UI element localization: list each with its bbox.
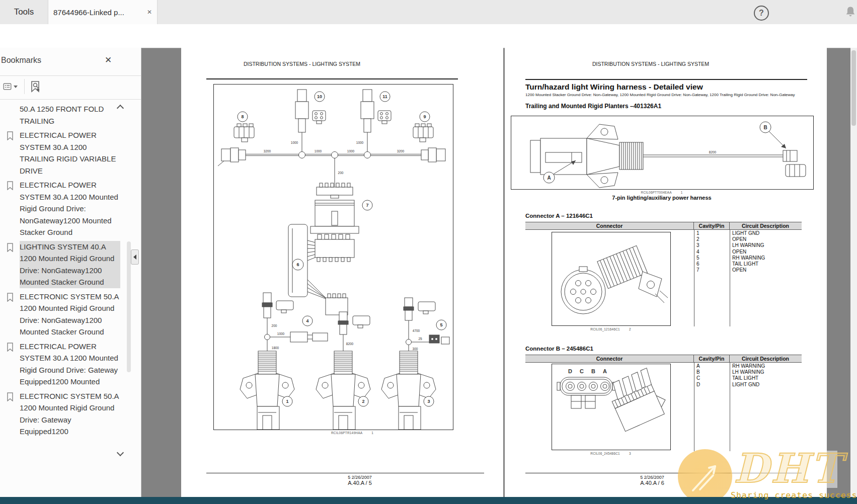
svg-text:A: A — [547, 175, 551, 181]
table-column-line — [730, 229, 730, 326]
svg-text:3200: 3200 — [397, 149, 405, 153]
connector-a-image — [552, 232, 671, 326]
bookmarks-list: 50.A 1250 FRONT FOLD TRAILING ELECTRICAL… — [7, 103, 120, 440]
notifications-bell-icon[interactable] — [843, 5, 857, 21]
footer-rule — [206, 473, 484, 473]
svg-text:25: 25 — [418, 337, 422, 341]
bookmark-icon — [7, 179, 15, 238]
svg-text:10: 10 — [317, 94, 322, 99]
bookmarks-scrollbar[interactable] — [127, 241, 131, 372]
bookmark-item[interactable]: ELECTRICAL POWER SYSTEM 30.A 1200 Mounte… — [7, 341, 120, 388]
bookmarks-panel: Bookmarks ✕ 50.A 1250 FRONT FOLD TRAILIN… — [0, 48, 141, 504]
svg-text:1000: 1000 — [347, 149, 355, 153]
connector-b-table-header: Connector Cavity/Pin Circuit Description — [525, 355, 802, 363]
footer-date: 5 2/26/2007 — [627, 475, 677, 480]
bookmark-icon — [7, 241, 15, 288]
watermark-slogan: Sharing creates success — [731, 490, 857, 500]
svg-text:8200: 8200 — [346, 342, 354, 346]
section-title: Turn/hazard light Wiring harness - Detai… — [525, 82, 703, 92]
document-page-left: DISTRIBUTION SYSTEMS - LIGHTING SYSTEM — [181, 48, 503, 497]
svg-text:200: 200 — [338, 171, 344, 175]
svg-text:1000: 1000 — [291, 141, 298, 144]
table-column-line — [730, 362, 730, 451]
figure-code: RCIL06PTR149HAA1 — [277, 431, 428, 435]
svg-text:9: 9 — [423, 114, 426, 119]
svg-text:3: 3 — [427, 399, 430, 404]
svg-text:B: B — [591, 368, 595, 374]
svg-text:1: 1 — [286, 399, 288, 404]
figure-caption: 7-pin lighting/auxiliary power harness — [511, 195, 813, 201]
divider — [0, 75, 141, 76]
bottom-bar — [0, 497, 857, 504]
connector-b-circuit-column: RH WARNINGLH WARNING TAIL LIGHTLIGHT GND — [732, 363, 765, 388]
connector-a-circuit-column: LIGHT GNDOPEN LH WARNINGOPEN RH WARNINGT… — [732, 230, 765, 273]
table-column-line — [694, 229, 694, 326]
tab-document[interactable]: 87644966-Linked p... ✕ — [48, 0, 158, 24]
footer-page-number: A.40.A / 6 — [627, 480, 677, 486]
svg-text:300: 300 — [413, 347, 418, 351]
bookmark-icon — [7, 390, 15, 438]
harness-figure: 8200 A B — [511, 116, 814, 190]
bookmark-label: ELECTRONIC SYSTEM 50.A 1200 Mounted Rigi… — [20, 291, 120, 338]
watermark-logo-circle — [678, 449, 732, 503]
bookmark-label: ELECTRICAL POWER SYSTEM 30.A 1200 Mounte… — [20, 341, 120, 388]
bookmark-item[interactable]: ELECTRICAL POWER SYSTEM 30.A 1200 Mounte… — [7, 179, 120, 238]
svg-text:4700: 4700 — [413, 329, 420, 332]
header-rule — [525, 79, 807, 80]
svg-text:6: 6 — [296, 262, 299, 267]
bookmarks-title: Bookmarks — [1, 56, 41, 65]
bookmark-options-icon[interactable] — [3, 79, 18, 94]
harness-drawing: 8200 A B — [511, 116, 813, 189]
svg-text:D: D — [568, 368, 572, 374]
bookmark-label: ELECTRICAL POWER SYSTEM 30.A 1200 Mounte… — [20, 179, 120, 238]
help-icon[interactable]: ? — [754, 6, 769, 21]
svg-text:2: 2 — [362, 399, 364, 404]
section-subtitle: 1200 Mounted Stacker Ground Drive: Non-G… — [525, 93, 795, 97]
figure-code: RCIL06_121646C12 — [552, 327, 670, 331]
svg-text:5: 5 — [440, 322, 442, 327]
expand-current-bookmark-icon[interactable] — [28, 79, 43, 94]
bookmark-label: ELECTRONIC SYSTEM 50.A 1200 Mounted Rigi… — [20, 390, 120, 438]
header-rule — [206, 78, 458, 79]
bookmark-item[interactable]: ELECTRONIC SYSTEM 50.A 1200 Mounted Rigi… — [7, 390, 120, 438]
bookmark-item[interactable]: 50.A 1250 FRONT FOLD TRAILING — [7, 103, 120, 127]
scroll-down-icon[interactable] — [117, 449, 124, 456]
svg-text:8200: 8200 — [709, 150, 717, 154]
connector-b-heading: Connector B – 245486C1 — [525, 346, 593, 352]
svg-text:1000: 1000 — [315, 149, 322, 153]
tab-close-icon[interactable]: ✕ — [147, 9, 152, 16]
figure-code: RCIL06_245486C13 — [552, 452, 670, 455]
table-column-line — [694, 362, 694, 451]
svg-text:1800: 1800 — [272, 346, 279, 350]
footer-date: 5 2/26/2007 — [335, 475, 385, 480]
bookmark-icon — [7, 129, 15, 177]
watermark-brand: DHT — [734, 445, 843, 492]
svg-text:7: 7 — [366, 203, 368, 208]
svg-text:1000: 1000 — [277, 332, 285, 335]
bookmarks-close-icon[interactable]: ✕ — [105, 55, 112, 65]
toolbar: / 6416 — [0, 24, 857, 48]
connector-a-heading: Connector A – 121646C1 — [525, 213, 593, 219]
svg-text:1000: 1000 — [356, 141, 364, 144]
divider — [0, 99, 141, 100]
tab-tools[interactable]: Tools — [0, 0, 48, 24]
bookmark-item[interactable]: ELECTRONIC SYSTEM 50.A 1200 Mounted Rigi… — [7, 291, 120, 338]
svg-text:B: B — [763, 125, 767, 130]
page-header: DISTRIBUTION SYSTEMS - LIGHTING SYSTEM — [575, 61, 726, 67]
tab-document-title: 87644966-Linked p... — [53, 8, 144, 17]
figure-code: RCIL06PTT004EAA1 — [511, 191, 813, 194]
footer-page-number: A.40.A / 5 — [335, 480, 385, 486]
page-header: DISTRIBUTION SYSTEMS - LIGHTING SYSTEM — [226, 61, 377, 67]
bookmark-item[interactable]: ELECTRICAL POWER SYSTEM 30.A 1200 TRAILI… — [7, 129, 120, 177]
svg-text:200: 200 — [272, 324, 277, 327]
svg-text:4: 4 — [306, 318, 308, 323]
bookmark-icon — [7, 341, 15, 388]
svg-text:3200: 3200 — [264, 149, 271, 153]
divider — [24, 79, 25, 94]
connector-b-pin-column: AB CD — [696, 363, 700, 388]
bookmark-label: ELECTRICAL POWER SYSTEM 30.A 1200 TRAILI… — [20, 129, 120, 177]
bookmark-item-selected[interactable]: LIGHTING SYSTEM 40.A 1200 Mounted Rigid … — [7, 241, 120, 288]
connector-b-image: D C B A — [552, 364, 671, 450]
collapse-panel-button[interactable] — [131, 249, 139, 265]
document-scrollbar-thumb[interactable] — [851, 50, 856, 126]
